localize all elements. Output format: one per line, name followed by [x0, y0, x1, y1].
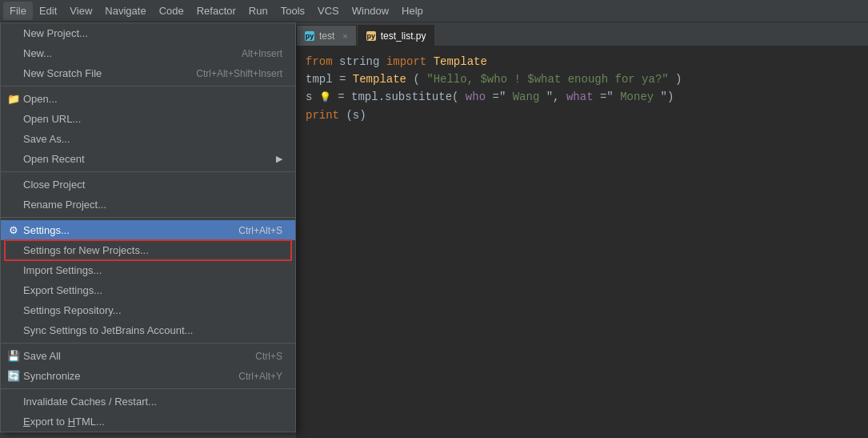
menu-new-project-label: New Project... [23, 27, 88, 39]
folder-icon: 📁 [7, 93, 20, 106]
keyword-print: print [306, 109, 339, 122]
menu-synchronize[interactable]: 🔄 Synchronize Ctrl+Alt+Y [1, 366, 295, 386]
menu-new-scratch-label: New Scratch File [23, 67, 102, 79]
menu-open-url-label: Open URL... [23, 113, 81, 125]
menu-export-settings[interactable]: Export Settings... [1, 280, 295, 300]
menu-rename-project-label: Rename Project... [23, 199, 106, 211]
menu-open[interactable]: 📁 Open... [1, 89, 295, 109]
tab-test-list[interactable]: py test_list.py [358, 25, 435, 46]
menu-settings-new[interactable]: Settings for New Projects... [1, 240, 295, 260]
tab-test-close[interactable]: × [342, 31, 347, 41]
menu-invalidate-caches-label: Invalidate Caches / Restart... [23, 396, 157, 408]
menu-open-url[interactable]: Open URL... [1, 109, 295, 129]
arrow-icon: ▶ [276, 154, 282, 164]
menu-open-label: Open... [23, 93, 58, 105]
param-who: who [466, 90, 486, 103]
synchronize-icon: 🔄 [7, 370, 20, 383]
tab-test[interactable]: py test × [296, 25, 357, 46]
menu-sync-settings[interactable]: Sync Settings to JetBrains Account... [1, 320, 295, 340]
menu-import-settings[interactable]: Import Settings... [1, 260, 295, 280]
class-template-call: Template [353, 73, 406, 86]
menu-close-project[interactable]: Close Project [1, 175, 295, 195]
save-all-icon: 💾 [7, 350, 20, 363]
separator-3 [1, 217, 295, 218]
code-line-4: print (s) [306, 106, 858, 124]
menu-synchronize-shortcut: Ctrl+Alt+Y [238, 371, 282, 382]
menubar-item-help[interactable]: Help [395, 2, 430, 20]
menu-new[interactable]: New... Alt+Insert [1, 43, 295, 63]
file-menu-dropdown: New Project... New... Alt+Insert New Scr… [0, 22, 296, 432]
menu-sync-settings-label: Sync Settings to JetBrains Account... [23, 324, 193, 336]
menu-new-label: New... [23, 47, 52, 59]
menu-open-recent[interactable]: Open Recent ▶ [1, 149, 295, 169]
menubar-item-tools[interactable]: Tools [274, 2, 311, 20]
menu-settings-repo-label: Settings Repository... [23, 304, 122, 316]
menu-save-all[interactable]: 💾 Save All Ctrl+S [1, 346, 295, 366]
tab-test-list-label: test_list.py [381, 30, 426, 42]
tab-test-icon: py [305, 31, 314, 41]
menu-save-all-label: Save All [23, 350, 61, 362]
menubar-item-refactor[interactable]: Refactor [190, 2, 242, 20]
separator-1 [1, 86, 295, 86]
val-wang: Wang [513, 90, 540, 103]
menubar-item-view[interactable]: View [63, 2, 98, 20]
keyword-import: import [386, 55, 426, 68]
tab-test-label: test [319, 30, 334, 42]
menu-rename-project[interactable]: Rename Project... [1, 195, 295, 215]
tab-test-list-icon: py [366, 31, 376, 41]
separator-2 [1, 171, 295, 172]
menubar-item-run[interactable]: Run [242, 2, 274, 20]
menu-close-project-label: Close Project [23, 179, 85, 191]
settings-icon: ⚙ [7, 224, 20, 237]
string-value: "Hello, $who ! $what enough for ya?" [426, 73, 668, 86]
menu-save-as[interactable]: Save As... [1, 129, 295, 149]
menu-settings-repo[interactable]: Settings Repository... [1, 300, 295, 320]
keyword-from: from [306, 55, 333, 68]
menu-invalidate-caches[interactable]: Invalidate Caches / Restart... [1, 392, 295, 412]
menu-export-settings-label: Export Settings... [23, 284, 102, 296]
menu-settings-shortcut: Ctrl+Alt+S [238, 225, 282, 236]
menubar-item-file[interactable]: File [3, 2, 33, 20]
menu-new-project[interactable]: New Project... [1, 23, 295, 43]
menubar-item-code[interactable]: Code [153, 2, 190, 20]
class-template: Template [434, 55, 487, 68]
code-line-3: s 💡 = tmpl.substitute( who =" Wang ", wh… [306, 88, 858, 106]
menu-import-settings-label: Import Settings... [23, 264, 102, 276]
code-line-1: from string import Template [306, 53, 858, 70]
param-what: what [566, 90, 594, 103]
editor-area: from string import Template tmpl = Templ… [296, 46, 868, 438]
menubar-item-navigate[interactable]: Navigate [98, 2, 152, 20]
menu-settings-new-label: Settings for New Projects... [23, 244, 149, 256]
menu-export-html-label: Export to HTML... [23, 416, 105, 428]
menu-settings[interactable]: ⚙ Settings... Ctrl+Alt+S [1, 220, 295, 240]
menu-new-shortcut: Alt+Insert [242, 48, 282, 59]
menubar: File Edit View Navigate Code Refactor Ru… [0, 0, 868, 22]
menu-save-all-shortcut: Ctrl+S [255, 351, 282, 362]
separator-5 [1, 388, 295, 389]
lightbulb-icon: 💡 [319, 89, 331, 106]
menu-synchronize-label: Synchronize [23, 370, 81, 382]
menu-export-html[interactable]: Export to HTML... [1, 412, 295, 432]
separator-4 [1, 343, 295, 344]
menu-new-scratch[interactable]: New Scratch File Ctrl+Alt+Shift+Insert [1, 63, 295, 83]
menubar-item-edit[interactable]: Edit [33, 2, 63, 20]
menubar-item-vcs[interactable]: VCS [311, 2, 346, 20]
val-money: Money [620, 90, 654, 103]
menu-settings-label: Settings... [23, 224, 70, 236]
menu-open-recent-label: Open Recent [23, 153, 85, 165]
code-line-2: tmpl = Template ( "Hello, $who ! $what e… [306, 70, 858, 88]
menu-new-scratch-shortcut: Ctrl+Alt+Shift+Insert [196, 68, 282, 79]
menubar-item-window[interactable]: Window [346, 2, 395, 20]
menu-save-as-label: Save As... [23, 133, 70, 145]
